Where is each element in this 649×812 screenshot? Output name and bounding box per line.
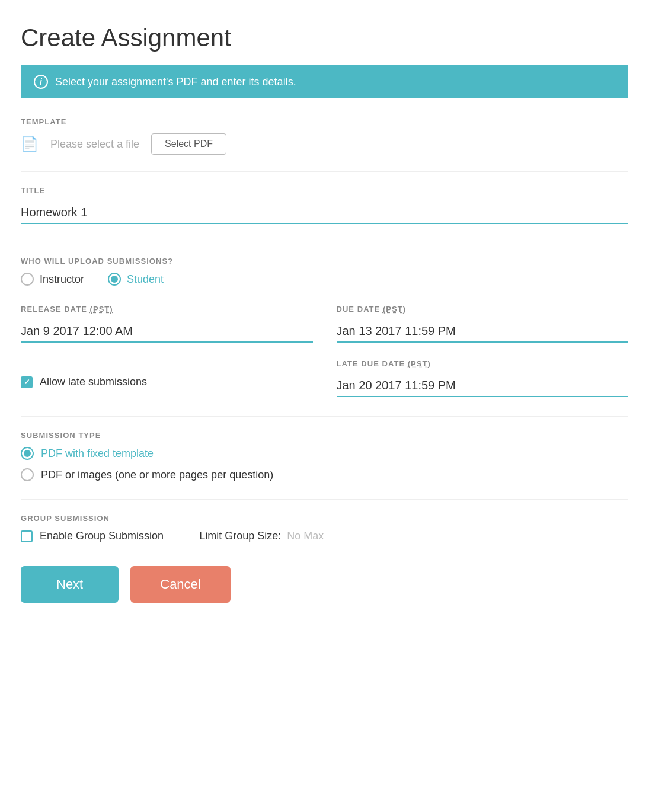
title-section: TITLE <box>21 186 628 224</box>
template-section: TEMPLATE 📄 Please select a file Select P… <box>21 117 628 155</box>
action-buttons: Next Cancel <box>21 566 628 603</box>
radio-instructor-label: Instructor <box>40 273 84 286</box>
template-label: TEMPLATE <box>21 117 628 126</box>
upload-section: WHO WILL UPLOAD SUBMISSIONS? Instructor … <box>21 257 628 286</box>
page-title: Create Assignment <box>21 24 628 52</box>
group-submission-label: GROUP SUBMISSION <box>21 514 628 523</box>
due-date-input[interactable] <box>337 321 629 343</box>
limit-group-size-row: Limit Group Size: No Max <box>199 530 324 542</box>
radio-instructor-circle <box>21 273 34 286</box>
radio-student-circle <box>108 273 121 286</box>
group-submission-checkbox-label[interactable]: Enable Group Submission <box>21 530 164 542</box>
late-submissions-checkbox[interactable] <box>21 376 33 388</box>
select-pdf-button[interactable]: Select PDF <box>151 133 226 155</box>
group-submission-text: Enable Group Submission <box>40 530 164 542</box>
next-button[interactable]: Next <box>21 566 119 603</box>
submission-pdf-images-label: PDF or images (one or more pages per que… <box>41 469 273 481</box>
late-due-date-field: LATE DUE DATE (PST) <box>337 359 629 397</box>
submission-type-section: SUBMISSION TYPE PDF with fixed template … <box>21 431 628 481</box>
release-date-input[interactable] <box>21 321 313 343</box>
submission-pdf-fixed[interactable]: PDF with fixed template <box>21 447 628 460</box>
submission-pdf-fixed-circle <box>21 447 34 460</box>
limit-group-size-label: Limit Group Size: <box>199 530 281 542</box>
radio-student-label: Student <box>127 273 164 286</box>
group-submission-section: GROUP SUBMISSION Enable Group Submission… <box>21 514 628 542</box>
template-placeholder: Please select a file <box>50 138 139 151</box>
radio-instructor[interactable]: Instructor <box>21 273 84 286</box>
late-due-date-label: LATE DUE DATE (PST) <box>337 359 629 368</box>
late-due-date-input[interactable] <box>337 375 629 397</box>
release-date-label: RELEASE DATE (PST) <box>21 305 313 314</box>
submission-pdf-images-circle <box>21 468 34 481</box>
late-submissions-group[interactable]: Allow late submissions <box>21 359 313 388</box>
release-date-field: RELEASE DATE (PST) <box>21 305 313 343</box>
title-input[interactable] <box>21 202 628 224</box>
cancel-button[interactable]: Cancel <box>130 566 230 603</box>
banner-text: Select your assignment's PDF and enter i… <box>55 76 296 88</box>
info-icon: i <box>34 75 48 89</box>
radio-student[interactable]: Student <box>108 273 164 286</box>
submission-type-label: SUBMISSION TYPE <box>21 431 628 440</box>
submission-pdf-fixed-label: PDF with fixed template <box>41 447 154 460</box>
info-banner: i Select your assignment's PDF and enter… <box>21 65 628 98</box>
title-label: TITLE <box>21 186 628 195</box>
late-submissions-label: Allow late submissions <box>40 376 147 388</box>
file-icon: 📄 <box>21 136 39 152</box>
due-date-field: DUE DATE (PST) <box>337 305 629 343</box>
limit-group-size-value: No Max <box>287 530 324 542</box>
due-date-label: DUE DATE (PST) <box>337 305 629 314</box>
submission-pdf-images[interactable]: PDF or images (one or more pages per que… <box>21 468 628 481</box>
upload-label: WHO WILL UPLOAD SUBMISSIONS? <box>21 257 628 266</box>
group-submission-checkbox[interactable] <box>21 530 33 542</box>
